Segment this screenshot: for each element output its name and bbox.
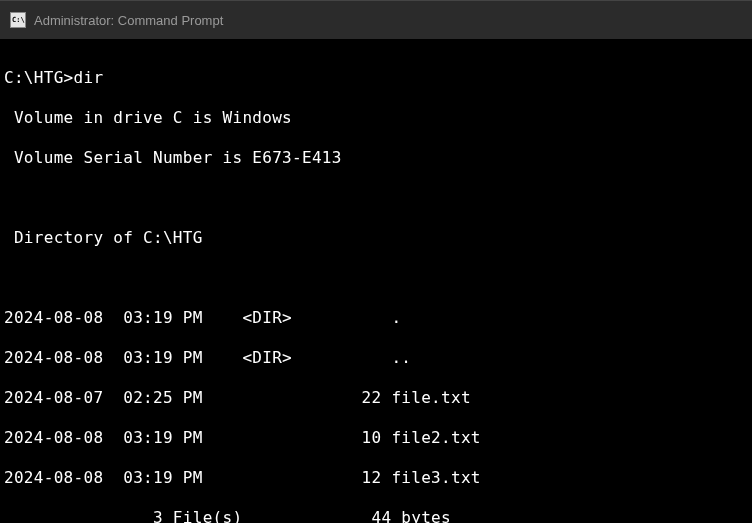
dir-entry: 2024-08-08 03:19 PM 10 file2.txt (4, 428, 748, 448)
terminal-body[interactable]: C:\HTG>dir Volume in drive C is Windows … (0, 40, 752, 523)
dir-entry: 2024-08-07 02:25 PM 22 file.txt (4, 388, 748, 408)
output-line: Volume in drive C is Windows (4, 108, 748, 128)
prompt-line: C:\HTG>dir (4, 68, 748, 88)
window-titlebar: C:\ Administrator: Command Prompt (0, 0, 752, 40)
dir-entry: 2024-08-08 03:19 PM 12 file3.txt (4, 468, 748, 488)
blank-line (4, 188, 748, 208)
command-text: dir (74, 68, 104, 87)
output-line: Volume Serial Number is E673-E413 (4, 148, 748, 168)
svg-text:C:\: C:\ (12, 16, 25, 24)
dir-entry: 2024-08-08 03:19 PM <DIR> .. (4, 348, 748, 368)
window-title: Administrator: Command Prompt (34, 13, 223, 28)
blank-line (4, 268, 748, 288)
summary-line: 3 File(s) 44 bytes (4, 508, 748, 523)
cmd-icon: C:\ (10, 12, 26, 28)
output-line: Directory of C:\HTG (4, 228, 748, 248)
dir-entry: 2024-08-08 03:19 PM <DIR> . (4, 308, 748, 328)
prompt: C:\HTG> (4, 68, 74, 87)
